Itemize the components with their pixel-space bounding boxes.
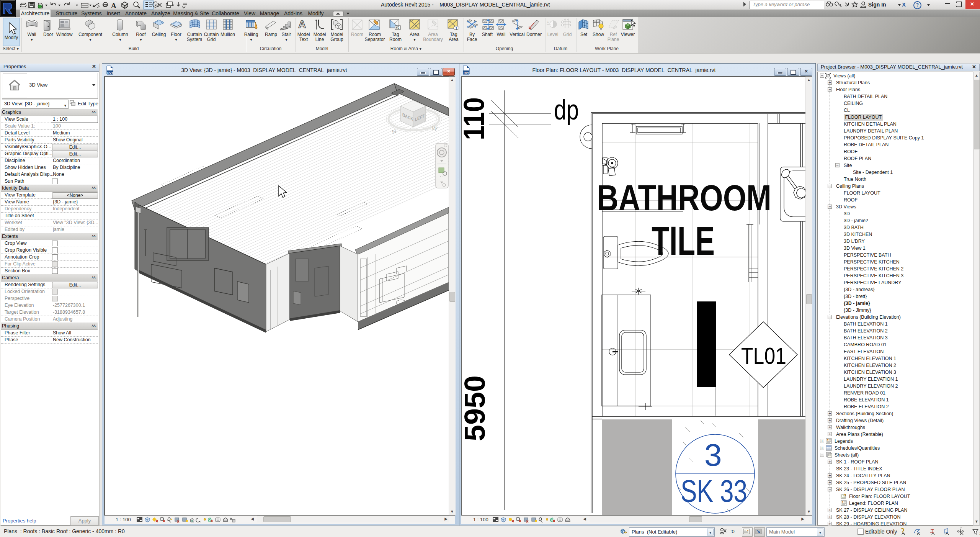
svg-text:TL01: TL01 xyxy=(741,342,786,369)
svg-text:1: 1 xyxy=(456,26,457,30)
svg-text:SK 33: SK 33 xyxy=(681,473,747,508)
svg-text:110: 110 xyxy=(461,97,490,140)
svg-text:RVT: RVT xyxy=(464,71,470,75)
svg-text:3: 3 xyxy=(704,437,722,472)
svg-text:BATHROOM: BATHROOM xyxy=(597,178,771,218)
svg-text:A: A xyxy=(298,18,306,30)
svg-text:1: 1 xyxy=(397,26,399,30)
svg-text:dp: dp xyxy=(554,94,579,126)
svg-text:RVT: RVT xyxy=(107,71,113,75)
svg-text:TILE: TILE xyxy=(652,218,715,264)
svg-text:5950: 5950 xyxy=(461,375,491,441)
svg-text:1: 1 xyxy=(547,20,549,23)
svg-text:A: A xyxy=(111,2,116,10)
